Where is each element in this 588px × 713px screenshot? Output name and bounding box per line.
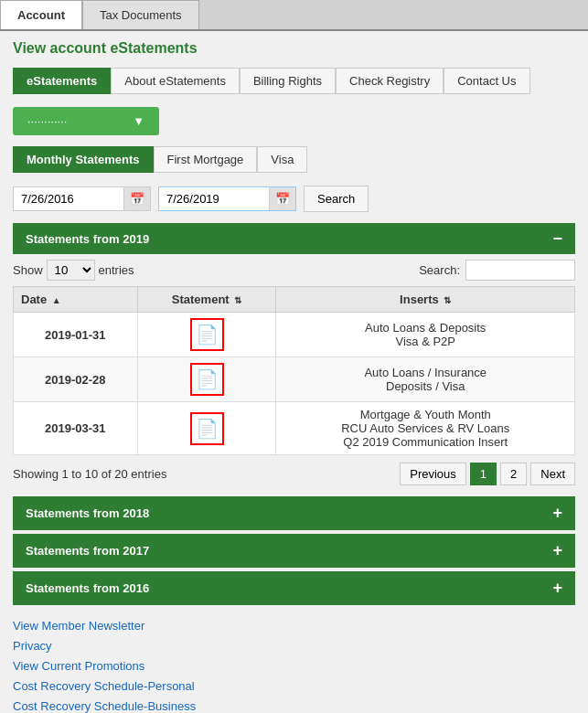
pdf-icon[interactable]: 📄 bbox=[196, 325, 219, 345]
chevron-down-icon: ▼ bbox=[133, 114, 144, 128]
statement-cell: 📄 bbox=[137, 402, 276, 455]
nav-tab-contact-us[interactable]: Contact Us bbox=[444, 68, 529, 94]
insert-item: Deposits / Visa bbox=[283, 379, 567, 393]
insert-item: Auto Loans / Insurance bbox=[283, 366, 567, 379]
sub-tab-visa[interactable]: Visa bbox=[257, 146, 307, 173]
page-2-button[interactable]: 2 bbox=[500, 463, 527, 485]
footer-link[interactable]: View Member Newsletter bbox=[13, 616, 575, 636]
inserts-cell: Mortgage & Youth MonthRCU Auto Services … bbox=[276, 402, 575, 455]
showing-text: Showing 1 to 10 of 20 entries bbox=[13, 467, 396, 481]
end-date-wrap: 📅 bbox=[158, 186, 296, 211]
statement-cell: 📄 bbox=[137, 313, 276, 357]
start-date-calendar-icon[interactable]: 📅 bbox=[123, 187, 150, 210]
pdf-icon[interactable]: 📄 bbox=[196, 369, 219, 389]
tab-account[interactable]: Account bbox=[0, 0, 82, 29]
col-header-inserts: Inserts ⇅ bbox=[276, 287, 575, 313]
footer-link[interactable]: Cost Recovery Schedule-Personal bbox=[13, 676, 575, 697]
inserts-cell: Auto Loans / InsuranceDeposits / Visa bbox=[276, 357, 575, 402]
section-2019-header: Statements from 2019 − bbox=[13, 223, 575, 254]
date-filter: 📅 📅 Search bbox=[0, 180, 588, 218]
next-button[interactable]: Next bbox=[530, 463, 575, 485]
account-dropdown-label: ············ bbox=[27, 114, 67, 128]
entries-select[interactable]: 10 25 50 100 bbox=[47, 260, 95, 281]
nav-tabs: eStatements About eStatements Billing Ri… bbox=[0, 62, 588, 100]
search-button[interactable]: Search bbox=[304, 186, 369, 212]
collapsed-section-title: Statements from 2016 bbox=[26, 581, 149, 595]
nav-tab-estatements[interactable]: eStatements bbox=[13, 68, 111, 94]
insert-item: Visa & P2P bbox=[283, 335, 567, 348]
table-search-input[interactable] bbox=[465, 260, 575, 281]
table-row: 2019-03-31📄Mortgage & Youth MonthRCU Aut… bbox=[14, 402, 575, 455]
expand-icon[interactable]: + bbox=[552, 504, 562, 523]
date-cell: 2019-01-31 bbox=[14, 313, 138, 357]
statements-table: Date ▲ Statement ⇅ Inserts ⇅ 2019-01-31📄… bbox=[13, 286, 575, 455]
nav-tab-about-estatements[interactable]: About eStatements bbox=[111, 68, 240, 94]
sub-tab-monthly-statements[interactable]: Monthly Statements bbox=[13, 146, 154, 173]
sub-tabs: Monthly Statements First Mortgage Visa bbox=[0, 143, 588, 180]
previous-button[interactable]: Previous bbox=[400, 463, 466, 485]
footer-link[interactable]: Cost Recovery Schedule-Business bbox=[13, 697, 575, 713]
table-row: 2019-01-31📄Auto Loans & DepositsVisa & P… bbox=[14, 313, 575, 357]
pagination: Showing 1 to 10 of 20 entries Previous 1… bbox=[0, 455, 588, 493]
end-date-calendar-icon[interactable]: 📅 bbox=[269, 187, 295, 210]
statement-cell: 📄 bbox=[137, 357, 276, 402]
footer-link[interactable]: View Current Promotions bbox=[13, 656, 575, 676]
page-title: View account eStatements bbox=[0, 31, 588, 62]
collapsed-section-header[interactable]: Statements from 2017+ bbox=[13, 534, 575, 568]
sort-arrow-statement[interactable]: ⇅ bbox=[234, 295, 241, 305]
collapsed-section-header[interactable]: Statements from 2018+ bbox=[13, 496, 575, 530]
insert-item: Auto Loans & Deposits bbox=[283, 321, 567, 335]
tab-tax-documents[interactable]: Tax Documents bbox=[82, 0, 199, 29]
collapsed-section-title: Statements from 2018 bbox=[26, 506, 149, 520]
collapsed-section-header[interactable]: Statements from 2016+ bbox=[13, 571, 575, 605]
section-2019-toggle[interactable]: − bbox=[552, 230, 562, 247]
start-date-input[interactable] bbox=[14, 187, 123, 210]
sort-arrow-date[interactable]: ▲ bbox=[52, 295, 61, 305]
table-search-control: Search: bbox=[419, 260, 575, 281]
account-dropdown-container: ············ ▼ bbox=[0, 100, 588, 143]
nav-tab-billing-rights[interactable]: Billing Rights bbox=[240, 68, 336, 94]
col-header-date: Date ▲ bbox=[14, 287, 138, 313]
col-header-statement: Statement ⇅ bbox=[137, 287, 276, 313]
page-1-button[interactable]: 1 bbox=[470, 463, 497, 485]
end-date-input[interactable] bbox=[159, 187, 269, 210]
insert-item: Q2 2019 Communication Insert bbox=[283, 435, 567, 449]
footer-links: View Member NewsletterPrivacyView Curren… bbox=[0, 605, 588, 713]
sub-tab-first-mortgage[interactable]: First Mortgage bbox=[154, 146, 258, 173]
start-date-wrap: 📅 bbox=[13, 186, 151, 211]
pdf-icon[interactable]: 📄 bbox=[196, 419, 219, 439]
date-cell: 2019-02-28 bbox=[14, 357, 138, 402]
expand-icon[interactable]: + bbox=[552, 541, 562, 560]
sort-arrow-inserts[interactable]: ⇅ bbox=[444, 295, 451, 305]
show-entries-control: Show 10 25 50 100 entries bbox=[13, 260, 134, 281]
inserts-cell: Auto Loans & DepositsVisa & P2P bbox=[276, 313, 575, 357]
insert-item: Mortgage & Youth Month bbox=[283, 408, 567, 421]
table-row: 2019-02-28📄Auto Loans / InsuranceDeposit… bbox=[14, 357, 575, 402]
expand-icon[interactable]: + bbox=[552, 579, 562, 598]
entries-label: entries bbox=[99, 263, 134, 277]
table-controls: Show 10 25 50 100 entries Search: bbox=[0, 254, 588, 286]
footer-link[interactable]: Privacy bbox=[13, 636, 575, 656]
show-label: Show bbox=[13, 263, 43, 277]
nav-tab-check-registry[interactable]: Check Registry bbox=[336, 68, 444, 94]
insert-item: RCU Auto Services & RV Loans bbox=[283, 421, 567, 435]
top-tab-bar: Account Tax Documents bbox=[0, 0, 588, 31]
collapsed-section-title: Statements from 2017 bbox=[26, 544, 149, 558]
section-2019-title: Statements from 2019 bbox=[26, 232, 149, 246]
table-search-label: Search: bbox=[419, 263, 460, 277]
account-dropdown[interactable]: ············ ▼ bbox=[13, 107, 159, 135]
date-cell: 2019-03-31 bbox=[14, 402, 138, 455]
